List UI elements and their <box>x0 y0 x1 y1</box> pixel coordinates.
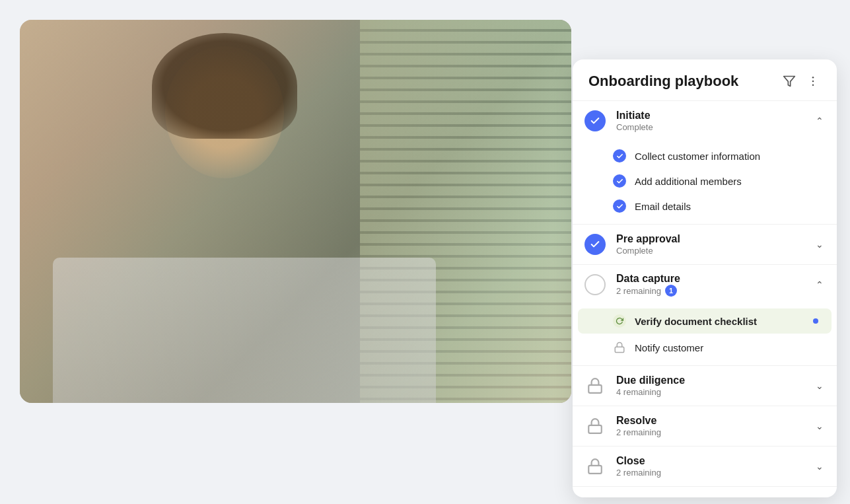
pre-approval-check-icon <box>584 234 606 255</box>
due-diligence-chevron: ⌄ <box>816 380 824 391</box>
pre-approval-name: Pre approval <box>616 233 806 245</box>
svg-marker-0 <box>784 77 795 87</box>
panel-header: Onboarding playbook <box>573 59 837 101</box>
sub-item-verify[interactable]: Verify document checklist <box>578 308 832 334</box>
data-capture-subtitle: 2 remaining <box>616 286 661 296</box>
resolve-subtitle: 2 remaining <box>616 427 806 437</box>
more-icon[interactable] <box>805 73 821 89</box>
active-dot <box>813 318 818 324</box>
due-diligence-subtitle: 4 remaining <box>616 387 806 397</box>
close-chevron: ⌄ <box>816 461 824 472</box>
section-due-diligence: Due diligence 4 remaining ⌄ <box>573 366 837 406</box>
notify-label: Notify customer <box>635 342 824 353</box>
complete-check-icon <box>584 110 606 131</box>
email-label: Email details <box>635 201 824 212</box>
playbook-panel: Onboarding playbook <box>573 59 837 497</box>
sub-item-members[interactable]: Add additional members <box>573 168 837 194</box>
pre-approval-subtitle: Complete <box>616 246 806 256</box>
data-capture-icon <box>583 273 607 297</box>
members-check-icon <box>612 174 627 188</box>
pre-approval-chevron: ⌄ <box>816 239 824 250</box>
svg-rect-5 <box>588 385 602 393</box>
section-close-header[interactable]: Close 2 remaining ⌄ <box>573 447 837 486</box>
section-resolve-header[interactable]: Resolve 2 remaining ⌄ <box>573 406 837 446</box>
initiate-title-group: Initiate Complete <box>616 110 806 132</box>
data-capture-sub-items: Verify document checklist Notify custome… <box>573 305 837 365</box>
svg-rect-7 <box>588 466 602 474</box>
initiate-chevron: ⌃ <box>816 116 824 126</box>
close-title-group: Close 2 remaining <box>616 455 806 478</box>
svg-point-3 <box>812 85 814 86</box>
sub-item-email[interactable]: Email details <box>573 194 837 219</box>
section-pre-approval-header[interactable]: Pre approval Complete ⌄ <box>573 225 837 264</box>
close-name: Close <box>616 455 806 467</box>
initiate-sub-items: Collect customer information Add additio… <box>573 141 837 224</box>
resolve-name: Resolve <box>616 415 806 427</box>
section-pre-approval: Pre approval Complete ⌄ <box>573 225 837 265</box>
notify-lock-icon <box>612 340 627 355</box>
verify-refresh-icon <box>612 314 627 328</box>
pre-approval-title-group: Pre approval Complete <box>616 233 806 256</box>
verify-label: Verify document checklist <box>635 316 805 327</box>
collect-label: Collect customer information <box>635 151 824 162</box>
resolve-title-group: Resolve 2 remaining <box>616 415 806 437</box>
data-capture-remaining-row: 2 remaining 1 <box>616 285 806 297</box>
pre-approval-icon <box>583 233 607 256</box>
due-diligence-name: Due diligence <box>616 375 806 386</box>
data-capture-title-group: Data capture 2 remaining 1 <box>616 273 806 297</box>
initiate-name: Initiate <box>616 110 806 122</box>
members-label: Add additional members <box>635 176 824 187</box>
svg-rect-6 <box>588 425 602 433</box>
filter-icon[interactable] <box>781 73 797 89</box>
collect-check-icon <box>612 149 627 163</box>
resolve-icon <box>583 414 607 438</box>
hero-image <box>20 20 571 403</box>
sub-item-notify[interactable]: Notify customer <box>573 335 837 360</box>
close-subtitle: 2 remaining <box>616 468 806 478</box>
section-data-capture: Data capture 2 remaining 1 ⌃ Verify docu… <box>573 265 837 366</box>
data-capture-badge: 1 <box>665 285 677 297</box>
due-diligence-title-group: Due diligence 4 remaining <box>616 375 806 397</box>
resolve-chevron: ⌄ <box>816 421 824 431</box>
section-initiate: Initiate Complete ⌃ Collect customer inf… <box>573 101 837 225</box>
svg-point-1 <box>812 77 814 79</box>
section-data-capture-header[interactable]: Data capture 2 remaining 1 ⌃ <box>573 265 837 305</box>
data-capture-name: Data capture <box>616 273 806 285</box>
email-check-icon <box>612 199 627 213</box>
initiate-icon <box>583 109 607 133</box>
section-resolve: Resolve 2 remaining ⌄ <box>573 406 837 447</box>
svg-point-2 <box>812 81 814 83</box>
due-diligence-icon <box>583 374 607 398</box>
svg-rect-4 <box>615 347 624 352</box>
section-due-diligence-header[interactable]: Due diligence 4 remaining ⌄ <box>573 366 837 406</box>
section-initiate-header[interactable]: Initiate Complete ⌃ <box>573 101 837 141</box>
sub-item-collect[interactable]: Collect customer information <box>573 143 837 168</box>
panel-title: Onboarding playbook <box>588 73 738 90</box>
initiate-subtitle: Complete <box>616 122 806 132</box>
close-icon <box>583 454 607 478</box>
header-actions <box>781 73 821 89</box>
section-close: Close 2 remaining ⌄ <box>573 447 837 487</box>
data-capture-empty-circle <box>584 274 606 295</box>
data-capture-chevron: ⌃ <box>816 279 824 290</box>
